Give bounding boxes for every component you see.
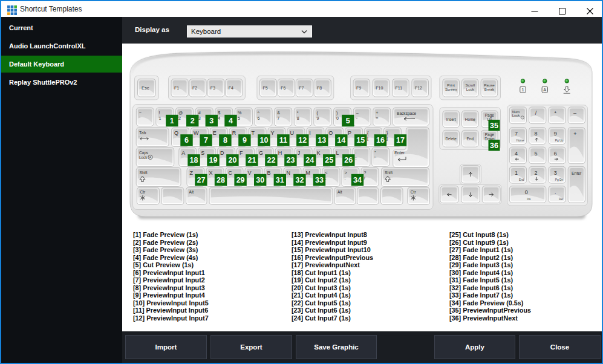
svg-text:2: 2 <box>178 115 181 121</box>
svg-text:8: 8 <box>297 115 299 121</box>
svg-text:4: 4 <box>515 151 518 157</box>
svg-text:%: % <box>238 110 242 115</box>
svg-text:+: + <box>573 131 576 137</box>
svg-text:20: 20 <box>228 156 236 164</box>
svg-text:34: 34 <box>353 176 362 184</box>
svg-text:R: R <box>232 130 236 136</box>
svg-text:6: 6 <box>554 151 557 157</box>
svg-text:0: 0 <box>525 189 528 195</box>
svg-text:9: 9 <box>316 115 319 121</box>
svg-text:25: 25 <box>325 156 333 164</box>
svg-text:17: 17 <box>396 136 405 145</box>
svg-text:E: E <box>213 130 217 136</box>
svg-text:10: 10 <box>259 136 268 145</box>
svg-text:*: * <box>297 110 299 115</box>
svg-text:4: 4 <box>229 117 233 125</box>
svg-text:Screen: Screen <box>445 87 457 91</box>
svg-text:36: 36 <box>490 141 498 150</box>
svg-text:Pg Dn: Pg Dn <box>555 178 564 181</box>
svg-text:26: 26 <box>344 156 353 164</box>
svg-text:V: V <box>248 170 252 176</box>
svg-text:21: 21 <box>247 156 256 164</box>
svg-text:#: # <box>198 110 201 115</box>
svg-text:B: B <box>267 170 271 176</box>
svg-text:22: 22 <box>267 156 275 164</box>
svg-text:[: [ <box>367 135 368 141</box>
svg-text:Alt: Alt <box>337 190 342 194</box>
svg-text:J: J <box>298 150 301 156</box>
svg-text:End: End <box>467 137 474 141</box>
svg-text:Caps: Caps <box>139 151 148 155</box>
svg-text:F: F <box>240 150 243 156</box>
svg-text:–: – <box>356 110 359 115</box>
svg-text:F3: F3 <box>210 86 215 90</box>
svg-text:.: . <box>345 175 346 181</box>
svg-text:Tab: Tab <box>139 131 146 135</box>
svg-text:.: . <box>555 189 556 195</box>
svg-text:Q: Q <box>174 130 178 136</box>
svg-text:3: 3 <box>554 170 557 176</box>
svg-text:F10: F10 <box>376 86 383 90</box>
svg-text:F4: F4 <box>229 86 233 90</box>
svg-text:Lock: Lock <box>139 155 148 160</box>
svg-text:Delete: Delete <box>445 137 457 141</box>
svg-text:Alt: Alt <box>189 190 194 194</box>
svg-text:F7: F7 <box>299 86 304 90</box>
svg-text:A: A <box>181 150 185 156</box>
svg-text:8: 8 <box>223 136 227 145</box>
svg-text:1: 1 <box>521 87 524 93</box>
svg-text:Print: Print <box>447 83 455 87</box>
svg-text:9: 9 <box>243 136 247 145</box>
svg-text:*: * <box>554 110 556 116</box>
svg-text:N: N <box>287 170 291 176</box>
svg-text:A: A <box>543 87 546 93</box>
svg-text:15: 15 <box>356 136 365 145</box>
svg-text:3: 3 <box>209 117 213 125</box>
svg-text:X: X <box>209 170 213 176</box>
svg-text:Lock: Lock <box>466 87 475 91</box>
svg-text:0: 0 <box>336 115 339 121</box>
svg-text:27: 27 <box>197 176 205 184</box>
svg-text:C: C <box>229 170 233 176</box>
svg-text:31: 31 <box>276 176 284 184</box>
svg-text:F2: F2 <box>192 86 197 90</box>
svg-text:P: P <box>348 130 351 136</box>
svg-text:Del: Del <box>559 198 563 201</box>
svg-text:): ) <box>336 110 337 115</box>
svg-text:19: 19 <box>209 156 218 164</box>
svg-text:30: 30 <box>256 176 264 184</box>
svg-text:Break: Break <box>484 87 495 91</box>
svg-text:Enter: Enter <box>572 171 582 175</box>
svg-text:1: 1 <box>515 170 518 176</box>
svg-text:12: 12 <box>298 136 307 145</box>
svg-text:Enter: Enter <box>394 150 405 155</box>
svg-text:32: 32 <box>295 176 304 184</box>
svg-text:&: & <box>277 110 280 115</box>
svg-text:4: 4 <box>218 115 220 121</box>
svg-text:D: D <box>220 150 224 156</box>
svg-text:2: 2 <box>191 117 195 125</box>
svg-text:T: T <box>252 130 255 136</box>
svg-text:F12: F12 <box>415 86 422 90</box>
svg-text:!: ! <box>158 110 160 115</box>
svg-text:~: ~ <box>139 110 142 115</box>
svg-text:Ctr: Ctr <box>411 190 417 194</box>
svg-text:F11: F11 <box>396 86 403 90</box>
svg-text:Esc: Esc <box>142 85 149 91</box>
svg-text:Ctr: Ctr <box>140 190 146 194</box>
svg-text:1: 1 <box>170 117 174 125</box>
svg-text:35: 35 <box>490 122 498 130</box>
svg-text:7: 7 <box>204 136 208 145</box>
svg-text:5: 5 <box>346 117 350 125</box>
svg-text:2: 2 <box>534 170 537 176</box>
svg-text:F5: F5 <box>262 86 267 90</box>
svg-text:8: 8 <box>534 131 537 137</box>
svg-text:O: O <box>328 130 333 136</box>
svg-text:13: 13 <box>318 136 326 145</box>
svg-text:Shift: Shift <box>140 171 148 175</box>
svg-text:W: W <box>194 130 199 136</box>
svg-text:>: > <box>345 170 347 175</box>
svg-text:Backspace: Backspace <box>397 111 417 116</box>
svg-text:F9: F9 <box>356 86 361 90</box>
svg-text:–: – <box>573 110 576 116</box>
